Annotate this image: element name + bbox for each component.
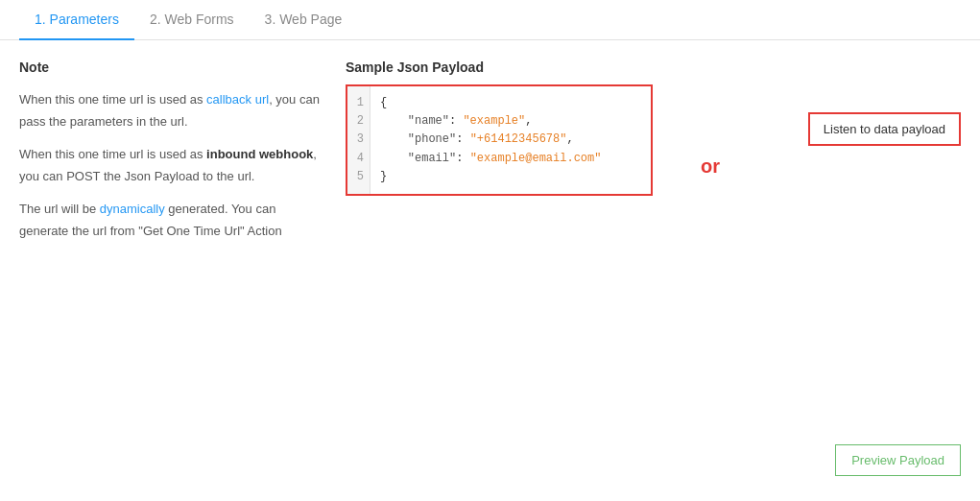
tab-parameters[interactable]: 1. Parameters: [19, 0, 134, 40]
line-num-5: 5: [353, 168, 364, 186]
note-paragraph-1: When this one time url is used as callba…: [19, 88, 326, 133]
tab-web-forms[interactable]: 2. Web Forms: [134, 0, 250, 40]
inbound-webhook-text: inbound webhook: [206, 147, 313, 161]
preview-payload-button[interactable]: Preview Payload: [835, 444, 961, 476]
code-line-3: "phone": "+61412345678",: [380, 131, 641, 149]
code-line-5: }: [380, 168, 641, 186]
note-paragraph-2: When this one time url is used as inboun…: [19, 143, 326, 188]
tab-web-page[interactable]: 3. Web Page: [250, 0, 358, 40]
listen-button[interactable]: Listen to data payload: [808, 112, 961, 146]
code-editor[interactable]: 1 2 3 4 5 { "name": "example", "phone": …: [346, 84, 653, 196]
line-num-3: 3: [353, 131, 364, 149]
code-line-4: "email": "example@email.com": [380, 150, 641, 168]
or-label: or: [701, 155, 720, 178]
payload-title: Sample Json Payload: [346, 60, 961, 75]
line-num-1: 1: [353, 94, 364, 112]
callback-url-link[interactable]: callback url: [206, 92, 269, 107]
dynamically-link[interactable]: dynamically: [100, 202, 165, 216]
line-num-4: 4: [353, 150, 364, 168]
main-content: Note When this one time url is used as c…: [0, 40, 980, 495]
payload-panel: Sample Json Payload Listen to data paylo…: [346, 60, 961, 486]
line-numbers: 1 2 3 4 5: [347, 86, 370, 194]
note-title: Note: [19, 60, 326, 75]
note-panel: Note When this one time url is used as c…: [19, 60, 346, 486]
code-line-1: {: [380, 94, 641, 112]
tab-bar: 1. Parameters 2. Web Forms 3. Web Page: [0, 0, 980, 40]
code-lines: { "name": "example", "phone": "+61412345…: [370, 86, 651, 194]
note-paragraph-3: The url will be dynamically generated. Y…: [19, 198, 326, 243]
line-num-2: 2: [353, 112, 364, 131]
code-line-2: "name": "example",: [380, 112, 641, 131]
